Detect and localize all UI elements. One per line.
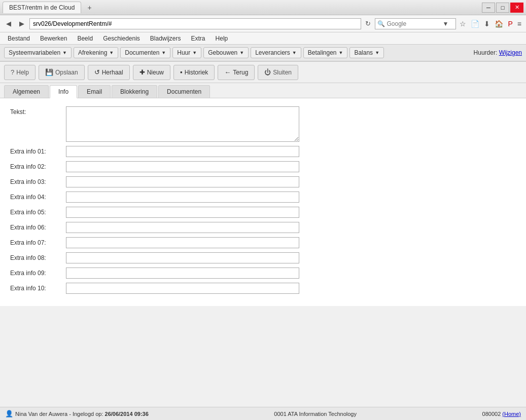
sluiten-button[interactable]: ⏻ Sluiten xyxy=(258,65,298,80)
tab-info[interactable]: Info xyxy=(50,85,77,98)
nav-afrekening-arrow: ▼ xyxy=(109,50,114,55)
extra-info-01-row: Extra info 01: xyxy=(10,146,516,157)
nav-afrekening[interactable]: Afrekening ▼ xyxy=(74,47,118,58)
terug-label: Terug xyxy=(233,69,248,76)
tab-algemeen[interactable]: Algemeen xyxy=(4,85,49,98)
menu-geschiedenis[interactable]: Geschiedenis xyxy=(98,33,145,44)
nav-betalingen[interactable]: Betalingen ▼ xyxy=(303,47,348,58)
forward-button[interactable]: ▶ xyxy=(16,18,27,29)
historiek-label: Historiek xyxy=(185,69,208,76)
extra-info-10-row: Extra info 10: xyxy=(10,283,516,294)
menu-bestand[interactable]: Bestand xyxy=(3,33,34,44)
tab-documenten[interactable]: Documenten xyxy=(158,85,210,98)
herhaal-icon: ↺ xyxy=(94,68,100,76)
menu-beeld[interactable]: Beeld xyxy=(73,33,97,44)
company-name: 0001 ATA Information Technology xyxy=(274,411,357,417)
nav-leveranciers-arrow: ▼ xyxy=(292,50,297,55)
download-button[interactable]: ⬇ xyxy=(482,19,492,28)
tab-blokkering[interactable]: Blokkering xyxy=(112,85,157,98)
nav-huur[interactable]: Huur ▼ xyxy=(172,47,201,58)
extra-info-08-label: Extra info 08: xyxy=(10,252,66,261)
terug-icon: ← xyxy=(224,68,231,76)
opslaan-button[interactable]: 💾 Opslaan xyxy=(39,65,85,80)
extra-info-05-input[interactable] xyxy=(66,207,299,218)
home-link[interactable]: (Home) xyxy=(502,411,521,417)
herhaal-label: Herhaal xyxy=(102,69,123,76)
extra-info-03-row: Extra info 03: xyxy=(10,176,516,187)
bookmark-star-button[interactable]: ☆ xyxy=(458,19,468,28)
nav-balans[interactable]: Balans ▼ xyxy=(349,47,384,58)
nav-systeemvariabelen-arrow: ▼ xyxy=(62,50,67,55)
close-button[interactable]: ✕ xyxy=(510,3,523,13)
window-tab[interactable]: BEST/rentm in de Cloud xyxy=(3,2,81,13)
extra-info-06-input[interactable] xyxy=(66,222,299,233)
menu-extra[interactable]: Extra xyxy=(187,33,210,44)
extra-info-07-row: Extra info 07: xyxy=(10,237,516,248)
extra-info-02-input[interactable] xyxy=(66,161,299,172)
pinterest-button[interactable]: P xyxy=(506,19,514,28)
herhaal-button[interactable]: ↺ Herhaal xyxy=(88,65,130,80)
terug-button[interactable]: ← Terug xyxy=(218,65,255,80)
extra-info-08-input[interactable] xyxy=(66,252,299,263)
new-tab-button[interactable]: + xyxy=(84,2,95,13)
nav-balans-label: Balans xyxy=(354,49,373,56)
tabs-bar: Algemeen Info Email Blokkering Documente… xyxy=(0,83,526,98)
tekst-textarea[interactable] xyxy=(66,106,299,142)
page-icon-button[interactable]: 📄 xyxy=(469,19,481,28)
nieuw-button[interactable]: ✚ Nieuw xyxy=(133,65,170,80)
extra-info-07-label: Extra info 07: xyxy=(10,237,66,246)
sluiten-icon: ⏻ xyxy=(264,68,271,76)
nav-huur-arrow: ▼ xyxy=(192,50,197,55)
extra-info-08-row: Extra info 08: xyxy=(10,252,516,263)
extra-info-05-row: Extra info 05: xyxy=(10,207,516,218)
historiek-icon: ▪ xyxy=(180,68,183,76)
extra-info-05-label: Extra info 05: xyxy=(10,207,66,216)
nav-systeemvariabelen[interactable]: Systeemvariabelen ▼ xyxy=(4,47,72,58)
search-input[interactable] xyxy=(387,20,442,27)
huurder-wijzigen-link[interactable]: Wijzigen xyxy=(499,49,522,56)
extra-info-04-input[interactable] xyxy=(66,192,299,203)
user-info: 👤 Nina Van der Auwera - Ingelogd op: 26/… xyxy=(5,410,149,417)
menu-button[interactable]: ≡ xyxy=(516,19,523,28)
nav-gebouwen-arrow: ▼ xyxy=(239,50,244,55)
nav-documenten[interactable]: Documenten ▼ xyxy=(120,47,170,58)
search-button[interactable]: ▼ xyxy=(442,20,448,27)
maximize-button[interactable]: □ xyxy=(496,3,509,13)
menu-help[interactable]: Help xyxy=(211,33,233,44)
nav-gebouwen[interactable]: Gebouwen ▼ xyxy=(203,47,249,58)
extra-info-06-row: Extra info 06: xyxy=(10,222,516,233)
extra-info-03-label: Extra info 03: xyxy=(10,176,66,185)
nav-documenten-label: Documenten xyxy=(125,49,159,56)
app-body: Tekst: Extra info 01: Extra info 02: Ext… xyxy=(0,98,526,407)
tab-email[interactable]: Email xyxy=(78,85,111,98)
nav-huur-label: Huur xyxy=(177,49,190,56)
extra-info-01-input[interactable] xyxy=(66,146,299,157)
nav-leveranciers[interactable]: Leveranciers ▼ xyxy=(251,47,301,58)
home-browser-button[interactable]: 🏠 xyxy=(493,19,505,28)
menu-bladwijzers[interactable]: Bladwijzers xyxy=(146,33,186,44)
extra-info-03-input[interactable] xyxy=(66,176,299,187)
extra-info-02-row: Extra info 02: xyxy=(10,161,516,172)
search-bar: 🔍 ▼ xyxy=(375,18,456,29)
extra-info-09-input[interactable] xyxy=(66,268,299,279)
menu-bewerken[interactable]: Bewerken xyxy=(36,33,72,44)
status-bar: 👤 Nina Van der Auwera - Ingelogd op: 26/… xyxy=(0,407,526,420)
extra-info-07-input[interactable] xyxy=(66,237,299,248)
extra-info-04-row: Extra info 04: xyxy=(10,192,516,203)
help-button[interactable]: ? Help xyxy=(4,65,36,80)
reload-button[interactable]: ↻ xyxy=(363,19,373,28)
window-controls: ─ □ ✕ xyxy=(482,3,523,13)
login-date: 26/06/2014 09:36 xyxy=(105,411,149,417)
content-wrapper: Tekst: Extra info 01: Extra info 02: Ext… xyxy=(0,98,526,407)
google-logo: 🔍 xyxy=(377,20,385,27)
nav-betalingen-arrow: ▼ xyxy=(339,50,343,55)
nieuw-label: Nieuw xyxy=(147,69,164,76)
address-input[interactable] xyxy=(29,18,361,29)
back-button[interactable]: ◀ xyxy=(3,18,14,29)
user-text: Nina Van der Auwera - Ingelogd op: 26/06… xyxy=(15,411,149,417)
help-icon: ? xyxy=(11,68,14,76)
minimize-button[interactable]: ─ xyxy=(482,3,495,13)
nieuw-icon: ✚ xyxy=(139,68,145,76)
extra-info-10-input[interactable] xyxy=(66,283,299,294)
historiek-button[interactable]: ▪ Historiek xyxy=(173,65,215,80)
